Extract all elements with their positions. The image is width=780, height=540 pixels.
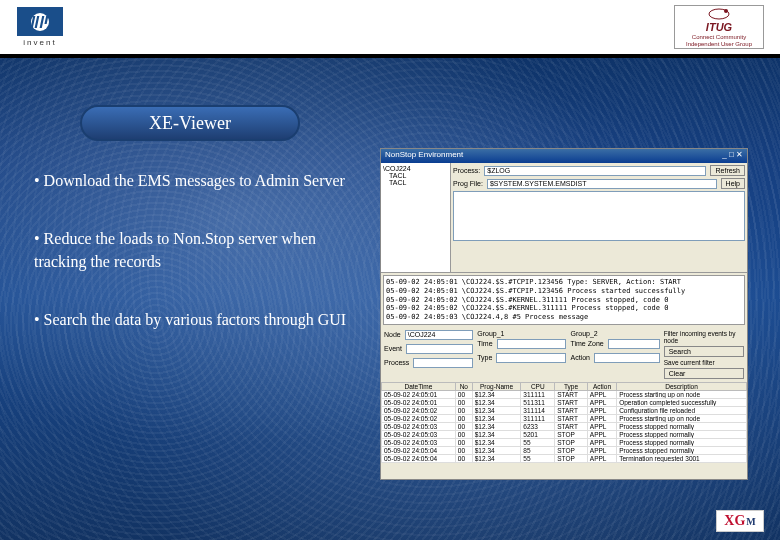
tree-item[interactable]: TACL xyxy=(383,172,448,179)
itug-sub1: Connect Community xyxy=(692,34,746,40)
table-cell: Configuration file reloaded xyxy=(617,406,747,414)
log-output[interactable]: 05-09-02 24:05:01 \COJ224.$S.#TCPIP.1234… xyxy=(383,275,745,325)
table-cell: 05-09-02 24:05:04 xyxy=(382,446,456,454)
table-cell: 511311 xyxy=(521,398,555,406)
col-action[interactable]: Action xyxy=(587,382,616,390)
col-no[interactable]: No xyxy=(455,382,472,390)
table-cell: $12.34 xyxy=(472,398,521,406)
table-cell: Termination requested 3001 xyxy=(617,454,747,462)
clear-button[interactable]: Clear xyxy=(664,368,744,379)
table-cell: APPL xyxy=(587,454,616,462)
node-field[interactable]: \COJ224 xyxy=(405,330,474,340)
xgm-logo: X G M xyxy=(716,510,764,532)
col-type[interactable]: Type xyxy=(555,382,588,390)
table-cell: 05-09-02 24:05:01 xyxy=(382,398,456,406)
event-field[interactable] xyxy=(406,344,473,354)
hp-invent-text: invent xyxy=(23,38,56,47)
log-line: 05-09-02 24:05:01 \COJ224.$S.#TCPIP.1234… xyxy=(386,287,742,296)
xgm-x: X xyxy=(724,513,734,529)
table-row[interactable]: 05-09-02 24:05:0300$12.346233STARTAPPLPr… xyxy=(382,422,747,430)
itug-main-text: ITUG xyxy=(706,21,732,33)
col-desc[interactable]: Description xyxy=(617,382,747,390)
table-cell: 00 xyxy=(455,414,472,422)
xgm-m: M xyxy=(746,516,755,527)
table-cell: STOP xyxy=(555,454,588,462)
table-row[interactable]: 05-09-02 24:05:0300$12.345201STOPAPPLPro… xyxy=(382,430,747,438)
col-datetime[interactable]: DateTime xyxy=(382,382,456,390)
table-cell: APPL xyxy=(587,446,616,454)
table-row[interactable]: 05-09-02 24:05:0400$12.3485STOPAPPLProce… xyxy=(382,446,747,454)
table-row[interactable]: 05-09-02 24:05:0300$12.3455STOPAPPLProce… xyxy=(382,438,747,446)
table-cell: Process starting up on node xyxy=(617,414,747,422)
table-row[interactable]: 05-09-02 24:05:0100$12.34511311STARTAPPL… xyxy=(382,398,747,406)
event-label: Event xyxy=(384,345,402,352)
detail-textarea[interactable] xyxy=(453,191,745,241)
col-cpu[interactable]: CPU xyxy=(521,382,555,390)
table-cell: $12.34 xyxy=(472,430,521,438)
table-cell: APPL xyxy=(587,438,616,446)
events-table[interactable]: DateTime No Prog-Name CPU Type Action De… xyxy=(381,382,747,463)
table-row[interactable]: 05-09-02 24:05:0400$12.3455STOPAPPLTermi… xyxy=(382,454,747,462)
table-row[interactable]: 05-09-02 24:05:0200$12.34311114STARTAPPL… xyxy=(382,406,747,414)
time-field[interactable] xyxy=(497,339,567,349)
bullet-item: Search the data by various factors throu… xyxy=(34,309,354,331)
search-button[interactable]: Search xyxy=(664,346,744,357)
table-cell: 05-09-02 24:05:02 xyxy=(382,414,456,422)
detail-panel: Process: $ZLOG Refresh Prog File: $SYSTE… xyxy=(451,163,747,272)
refresh-button[interactable]: Refresh xyxy=(710,165,745,176)
table-cell: 6233 xyxy=(521,422,555,430)
table-cell: 55 xyxy=(521,438,555,446)
action-field[interactable] xyxy=(594,353,660,363)
table-cell: 311111 xyxy=(521,390,555,398)
table-cell: 00 xyxy=(455,398,472,406)
bullet-item: Reduce the loads to Non.Stop server when… xyxy=(34,228,354,273)
table-cell: 311114 xyxy=(521,406,555,414)
log-line: 05-09-02 24:05:03 \COJ224.4,8 #5 Process… xyxy=(386,313,742,322)
table-cell: 311111 xyxy=(521,414,555,422)
table-cell: STOP xyxy=(555,438,588,446)
table-cell: 85 xyxy=(521,446,555,454)
process-field[interactable] xyxy=(413,358,473,368)
top-pane: \COJ224 TACL TACL Process: $ZLOG Refresh… xyxy=(381,163,747,273)
action-label: Action xyxy=(570,354,589,361)
table-cell: Process starting up on node xyxy=(617,390,747,398)
group-label: Group_2 xyxy=(570,330,659,337)
hp-logo-block xyxy=(17,7,63,36)
tree-root[interactable]: \COJ224 xyxy=(383,165,448,172)
field-label: Process: xyxy=(453,167,480,174)
table-row[interactable]: 05-09-02 24:05:0200$12.34311111STARTAPPL… xyxy=(382,414,747,422)
col-progname[interactable]: Prog-Name xyxy=(472,382,521,390)
table-cell: 05-09-02 24:05:03 xyxy=(382,430,456,438)
table-cell: 05-09-02 24:05:04 xyxy=(382,454,456,462)
svg-point-6 xyxy=(724,9,728,13)
itug-swoosh-icon xyxy=(708,8,730,20)
table-cell: $12.34 xyxy=(472,422,521,430)
log-line: 05-09-02 24:05:02 \COJ224.$S.#KERNEL.311… xyxy=(386,304,742,313)
tree-panel[interactable]: \COJ224 TACL TACL xyxy=(381,163,451,272)
table-cell: $12.34 xyxy=(472,446,521,454)
help-button[interactable]: Help xyxy=(721,178,745,189)
window-titlebar: NonStop Environment _ □ ✕ xyxy=(381,149,747,163)
filter-info2: Save current filter xyxy=(664,359,744,366)
itug-logo: ITUG Connect Community Independent User … xyxy=(674,5,764,49)
app-screenshot: NonStop Environment _ □ ✕ \COJ224 TACL T… xyxy=(380,148,748,480)
table-cell: APPL xyxy=(587,398,616,406)
table-cell: 5201 xyxy=(521,430,555,438)
table-cell: START xyxy=(555,398,588,406)
table-cell: 05-09-02 24:05:03 xyxy=(382,438,456,446)
progfile-field[interactable]: $SYSTEM.SYSTEM.EMSDIST xyxy=(487,179,717,189)
table-cell: 00 xyxy=(455,446,472,454)
table-row[interactable]: 05-09-02 24:05:0100$12.34311111STARTAPPL… xyxy=(382,390,747,398)
tz-field[interactable] xyxy=(608,339,660,349)
window-controls[interactable]: _ □ ✕ xyxy=(722,150,743,162)
node-label: Node xyxy=(384,331,401,338)
table-cell: APPL xyxy=(587,422,616,430)
table-cell: $12.34 xyxy=(472,454,521,462)
process-field[interactable]: $ZLOG xyxy=(484,166,706,176)
table-cell: $12.34 xyxy=(472,406,521,414)
tree-item[interactable]: TACL xyxy=(383,179,448,186)
table-cell: STOP xyxy=(555,430,588,438)
time-label: Time xyxy=(477,340,492,347)
type-field[interactable] xyxy=(496,353,566,363)
hp-logo: invent xyxy=(16,7,64,47)
